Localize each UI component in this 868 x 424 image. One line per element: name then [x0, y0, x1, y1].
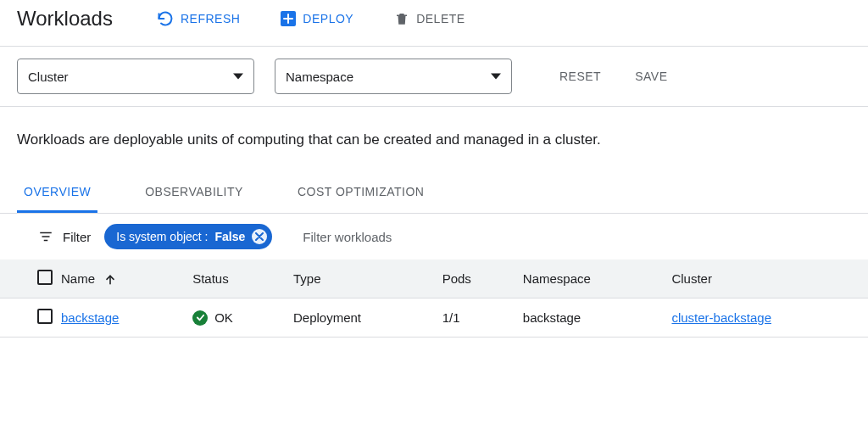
cluster-dropdown-label: Cluster: [28, 70, 69, 84]
page-description: Workloads are deployable units of comput…: [0, 107, 644, 173]
deploy-label: DEPLOY: [303, 12, 353, 25]
delete-label: DELETE: [416, 12, 465, 25]
plus-box-icon: [281, 11, 296, 26]
namespace-dropdown[interactable]: Namespace: [275, 59, 512, 94]
refresh-label: REFRESH: [181, 12, 240, 25]
sort-ascending-icon: [103, 273, 117, 287]
save-button[interactable]: SAVE: [628, 70, 674, 83]
filter-icon: [37, 229, 54, 244]
table-row: backstage OK Deployment 1/1 backstage cl…: [0, 298, 868, 338]
chevron-down-icon: [491, 71, 501, 81]
close-icon[interactable]: [252, 229, 267, 244]
tab-overview[interactable]: OVERVIEW: [17, 173, 97, 213]
col-pods[interactable]: Pods: [434, 259, 515, 298]
delete-button[interactable]: DELETE: [394, 11, 465, 26]
filter-chip-system-object[interactable]: Is system object : False: [104, 224, 272, 249]
filter-input[interactable]: Filter workloads: [286, 230, 392, 244]
status-text: OK: [214, 310, 233, 325]
namespace-dropdown-label: Namespace: [286, 70, 353, 84]
workloads-table: Name Status Type Pods Namespace Cluster …: [0, 259, 868, 338]
deploy-button[interactable]: DEPLOY: [281, 11, 353, 26]
col-status[interactable]: Status: [184, 259, 285, 298]
filter-chip-key: Is system object :: [116, 230, 208, 243]
col-type[interactable]: Type: [285, 259, 434, 298]
table-filter-label[interactable]: Filter: [37, 229, 91, 244]
status-ok-icon: [192, 310, 208, 326]
table-filter-text: Filter: [63, 230, 91, 244]
refresh-button[interactable]: REFRESH: [157, 10, 240, 27]
chevron-down-icon: [233, 71, 243, 81]
cell-namespace: backstage: [515, 298, 664, 338]
reset-button[interactable]: RESET: [553, 70, 608, 83]
tab-cost-optimization[interactable]: COST OPTIMIZATION: [291, 173, 431, 213]
workload-name-link[interactable]: backstage: [61, 310, 119, 325]
cell-pods: 1/1: [434, 298, 515, 338]
filter-chip-value: False: [215, 230, 246, 243]
cluster-link[interactable]: cluster-backstage: [671, 310, 771, 325]
page-title: Workloads: [17, 7, 113, 31]
trash-icon: [394, 11, 409, 26]
select-all-checkbox[interactable]: [37, 270, 53, 285]
col-name[interactable]: Name: [53, 259, 184, 298]
refresh-icon: [157, 10, 174, 27]
tab-observability[interactable]: OBSERVABILITY: [138, 173, 250, 213]
col-namespace[interactable]: Namespace: [515, 259, 664, 298]
cluster-dropdown[interactable]: Cluster: [17, 59, 254, 94]
row-checkbox[interactable]: [37, 309, 53, 324]
cell-type: Deployment: [285, 298, 434, 338]
table-header-row: Name Status Type Pods Namespace Cluster: [0, 259, 868, 298]
col-cluster[interactable]: Cluster: [663, 259, 868, 298]
